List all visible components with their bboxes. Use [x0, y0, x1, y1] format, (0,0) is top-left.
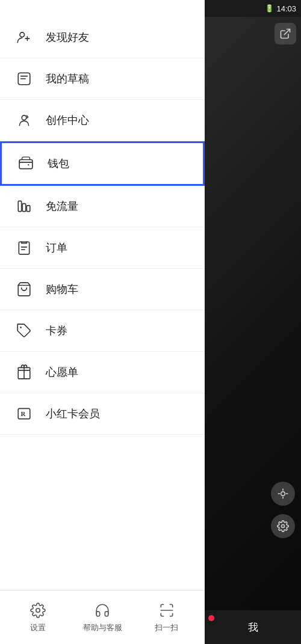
- menu-label-find-friends: 发现好友: [46, 30, 89, 44]
- bottom-toolbar: 设置 帮助与客服 扫一扫: [0, 590, 205, 644]
- wallet-icon: [16, 154, 36, 173]
- menu-item-free-traffic[interactable]: 免流量: [0, 186, 205, 227]
- menu-label-cart: 购物车: [46, 282, 78, 296]
- menu-item-wallet[interactable]: 钱包: [0, 141, 205, 186]
- right-panel: 🔋 14:03: [205, 0, 301, 644]
- person-add-icon: [14, 28, 34, 47]
- notification-dot: [208, 615, 214, 621]
- toolbar-scan[interactable]: 扫一扫: [134, 602, 199, 633]
- svg-rect-5: [19, 160, 33, 169]
- svg-point-20: [281, 492, 285, 496]
- battery-icon: 🔋: [265, 4, 274, 13]
- svg-rect-9: [19, 242, 29, 254]
- menu-label-free-traffic: 免流量: [46, 199, 78, 213]
- menu-label-wishlist: 心愿单: [46, 365, 78, 379]
- right-status-bar: 🔋 14:03: [205, 0, 301, 17]
- menu-panel: 发现好友 我的草稿 创作中心: [0, 0, 205, 644]
- svg-rect-7: [22, 204, 25, 212]
- crosshair-icon: [277, 488, 289, 500]
- headset-icon: [94, 602, 111, 619]
- menu-label-drafts: 我的草稿: [46, 72, 89, 86]
- my-tab[interactable]: 我: [205, 610, 301, 644]
- menu-label-coupons: 卡券: [46, 324, 67, 338]
- svg-rect-8: [26, 206, 29, 212]
- toolbar-settings[interactable]: 设置: [6, 602, 70, 633]
- svg-point-0: [20, 32, 25, 37]
- menu-item-wishlist[interactable]: 心愿单: [0, 352, 205, 393]
- add-control-button[interactable]: [271, 482, 295, 506]
- settings-icon: [277, 520, 289, 532]
- menu-item-cart[interactable]: 购物车: [0, 269, 205, 310]
- svg-text:R: R: [21, 410, 26, 417]
- settings-label: 设置: [30, 622, 46, 633]
- status-bar-left: [0, 0, 205, 17]
- menu-item-creator[interactable]: 创作中心: [0, 100, 205, 141]
- member-icon: R: [14, 404, 34, 423]
- menu-item-orders[interactable]: 订单: [0, 227, 205, 269]
- menu-list: 发现好友 我的草稿 创作中心: [0, 17, 205, 590]
- drafts-icon: [14, 69, 34, 88]
- menu-label-creator: 创作中心: [46, 113, 89, 127]
- menu-item-coupons[interactable]: 卡券: [0, 310, 205, 352]
- tag-icon: [14, 321, 34, 340]
- menu-label-member: 小红卡会员: [46, 406, 100, 421]
- toolbar-help[interactable]: 帮助与客服: [70, 602, 135, 633]
- scan-icon: [158, 602, 175, 619]
- right-content: [205, 17, 301, 610]
- help-label: 帮助与客服: [83, 622, 122, 633]
- scan-label: 扫一扫: [155, 622, 178, 633]
- time-display: 14:03: [276, 4, 296, 13]
- settings-control-button[interactable]: [271, 514, 295, 538]
- svg-point-4: [22, 115, 26, 120]
- my-tab-label: 我: [248, 621, 258, 634]
- share-button[interactable]: [275, 23, 296, 44]
- menu-item-member[interactable]: R 小红卡会员: [0, 393, 205, 435]
- menu-label-wallet: 钱包: [48, 156, 69, 171]
- clipboard-icon: [14, 238, 34, 257]
- svg-line-19: [284, 29, 290, 35]
- menu-item-drafts[interactable]: 我的草稿: [0, 58, 205, 100]
- svg-point-17: [36, 608, 40, 612]
- share-icon: [279, 28, 291, 40]
- gift-icon: [14, 363, 34, 382]
- svg-point-25: [282, 525, 285, 528]
- menu-label-orders: 订单: [46, 241, 67, 255]
- right-controls: [271, 482, 295, 538]
- bar-chart-icon: [14, 197, 34, 216]
- svg-rect-6: [18, 201, 21, 211]
- menu-item-find-friends[interactable]: 发现好友: [0, 17, 205, 58]
- creator-icon: [14, 111, 34, 130]
- cart-icon: [14, 280, 34, 299]
- gear-icon: [29, 602, 46, 619]
